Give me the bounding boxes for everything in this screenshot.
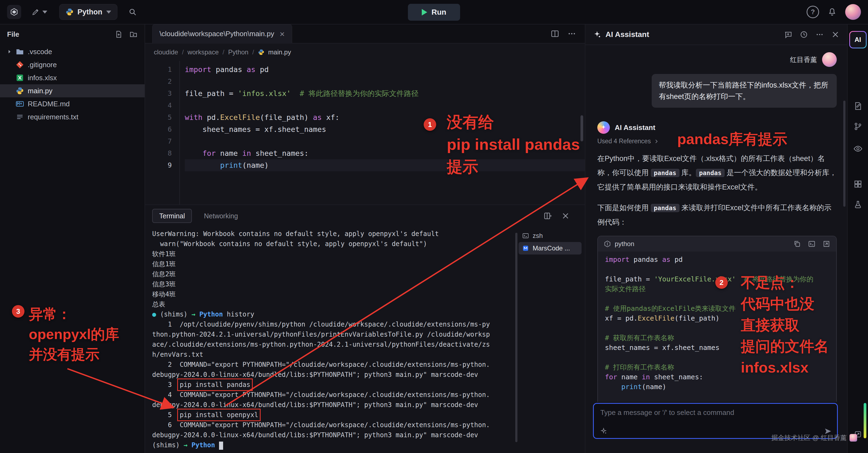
breadcrumb-item[interactable]: main.py bbox=[268, 49, 291, 56]
run-button[interactable]: Run bbox=[408, 4, 460, 21]
terminal-line: 信息1班 bbox=[152, 259, 514, 269]
user-name: 红目香薰 bbox=[790, 55, 817, 64]
ai-code-line: xf = pd.ExcelFile(file_path) bbox=[605, 313, 829, 323]
code-line[interactable]: import pandas as pd bbox=[185, 64, 585, 76]
code-line[interactable]: for name in sheet_names: bbox=[185, 147, 585, 159]
ai-code-lines[interactable]: import pandas as pd file_path = 'YourExc… bbox=[598, 251, 836, 402]
gradient-scroll-indicator[interactable] bbox=[864, 403, 866, 438]
code-line[interactable]: print(name) bbox=[185, 159, 585, 171]
ai-panel-scrollbar[interactable] bbox=[843, 100, 845, 207]
terminal-line: 6 COMMAND="export PYTHONPATH="/cloudide/… bbox=[152, 420, 514, 430]
ai-code-line: print(name) bbox=[605, 382, 829, 392]
code-line[interactable] bbox=[185, 135, 585, 147]
insert-to-editor-icon[interactable] bbox=[823, 240, 830, 248]
terminal-line: 信息3班 bbox=[152, 279, 514, 289]
test-flask-icon[interactable] bbox=[853, 200, 863, 209]
ai-assistant-panel: AI Assistant 红目香薰 帮我读取 bbox=[585, 25, 847, 453]
file-tree: .vscode.gitignoreinfos.xlsxmain.pyREADME… bbox=[0, 44, 145, 123]
file-tree-item--vscode[interactable]: .vscode bbox=[0, 45, 145, 58]
code-editor[interactable]: 123456789 import pandas as pd file_path … bbox=[145, 61, 585, 205]
tab-networking[interactable]: Networking bbox=[204, 212, 238, 220]
git-branch-icon[interactable] bbox=[853, 122, 863, 131]
editor-tab-bar: \cloudide\workspace\Python\main.py × bbox=[145, 25, 585, 43]
message-input[interactable] bbox=[600, 408, 814, 417]
editor-area: \cloudide\workspace\Python\main.py × clo… bbox=[145, 25, 585, 453]
history-icon[interactable] bbox=[800, 30, 808, 39]
environment-selector[interactable]: Python bbox=[59, 4, 117, 20]
file-name: main.py bbox=[28, 87, 53, 95]
ai-code-line bbox=[605, 353, 829, 362]
file-tree-item-main-py[interactable]: main.py bbox=[0, 84, 145, 97]
file-explorer-header: File bbox=[0, 25, 145, 44]
doc-edit-icon[interactable] bbox=[853, 101, 863, 111]
user-avatar bbox=[822, 52, 837, 67]
ai-assistant-rail-button[interactable]: AI bbox=[849, 31, 867, 49]
terminal-line: h/envVars.txt bbox=[152, 350, 514, 360]
top-bar: Python Run ? bbox=[0, 0, 868, 25]
help-icon[interactable]: ? bbox=[807, 6, 819, 18]
git-icon bbox=[16, 60, 25, 69]
editor-scrollbar[interactable] bbox=[581, 115, 583, 141]
code-language-label: python bbox=[615, 240, 634, 248]
code-line[interactable]: with pd.ExcelFile(file_path) as xf: bbox=[185, 112, 585, 123]
session-zsh[interactable]: zsh bbox=[519, 230, 582, 242]
terminal-line: debugpy-2024.0.0-linux-x64/bundled/libs:… bbox=[152, 400, 514, 410]
close-panel-icon[interactable] bbox=[831, 30, 839, 39]
breadcrumb-item[interactable]: Python bbox=[228, 49, 248, 56]
line-number: 6 bbox=[145, 123, 172, 135]
preview-eye-icon[interactable] bbox=[853, 144, 863, 153]
terminal-line: ace/.cloudide/extensions/ms-python.pytho… bbox=[152, 340, 514, 350]
extensions-grid-icon[interactable] bbox=[853, 179, 863, 189]
terminal-line: UserWarning: Workbook contains no defaul… bbox=[152, 229, 514, 239]
line-number: 2 bbox=[145, 76, 172, 88]
play-icon bbox=[422, 9, 427, 16]
split-terminal-icon[interactable] bbox=[544, 212, 552, 220]
ai-code-line: 实际文件路径 bbox=[605, 284, 829, 294]
ai-chat-scroll[interactable]: 红目香薰 帮我读取分析一下当前路径下的infos.xlsx文件，把所有sheet… bbox=[585, 45, 847, 402]
terminal-output[interactable]: UserWarning: Workbook contains no defaul… bbox=[152, 229, 514, 451]
terminal-line: 5 pip install openpyxl bbox=[152, 410, 514, 420]
file-tree-item-infos-xlsx[interactable]: infos.xlsx bbox=[0, 71, 145, 84]
red-annotation-box: pip install openpyxl bbox=[180, 411, 258, 419]
close-panel-icon[interactable] bbox=[561, 212, 569, 220]
watermark-avatar bbox=[849, 434, 857, 442]
python-icon bbox=[16, 87, 25, 95]
tab-terminal[interactable]: Terminal bbox=[152, 209, 192, 223]
copy-code-icon[interactable] bbox=[793, 240, 801, 248]
file-tree-item-requirements-txt[interactable]: requirements.txt bbox=[0, 111, 145, 123]
terminal-line: 信息2班 bbox=[152, 269, 514, 279]
code-line[interactable] bbox=[185, 76, 585, 88]
tab-close-icon[interactable]: × bbox=[280, 30, 285, 38]
terminal-line: 移动4班 bbox=[152, 289, 514, 299]
search-button[interactable] bbox=[128, 8, 137, 16]
code-line[interactable]: sheet_names = xf.sheet_names bbox=[185, 123, 585, 135]
insert-to-terminal-icon[interactable] bbox=[808, 240, 815, 248]
workspace-switcher[interactable] bbox=[32, 8, 47, 16]
ai-code-line bbox=[605, 265, 829, 274]
app-logo[interactable] bbox=[7, 5, 21, 19]
terminal-scrollbar[interactable] bbox=[515, 233, 518, 442]
session-marscode[interactable]: MarsCode ... bbox=[519, 242, 582, 254]
file-tree-item--gitignore[interactable]: .gitignore bbox=[0, 58, 145, 71]
more-options-icon[interactable] bbox=[815, 30, 824, 39]
folder-icon bbox=[16, 47, 25, 56]
breadcrumb-item[interactable]: cloudide bbox=[154, 49, 178, 56]
references-toggle: Used 4 References bbox=[597, 138, 837, 145]
code-line[interactable]: file_path = 'infos.xlsx' # 将此路径替换为你的实际文件… bbox=[185, 88, 585, 99]
new-file-icon[interactable] bbox=[115, 30, 123, 38]
user-avatar[interactable] bbox=[845, 4, 861, 20]
notifications-bell-icon[interactable] bbox=[828, 8, 836, 16]
ai-code-line bbox=[605, 294, 829, 304]
commands-sparkle-icon[interactable] bbox=[600, 427, 608, 435]
chevron-right-icon bbox=[6, 49, 16, 55]
more-actions-icon[interactable] bbox=[567, 29, 576, 38]
new-chat-icon[interactable] bbox=[784, 30, 792, 39]
file-tree-item-readme-md[interactable]: README.md bbox=[0, 97, 145, 111]
editor-tab-main-py[interactable]: \cloudide\workspace\Python\main.py × bbox=[152, 24, 292, 43]
split-editor-icon[interactable] bbox=[551, 29, 559, 38]
code-line[interactable] bbox=[185, 99, 585, 112]
breadcrumb-item[interactable]: workspace bbox=[187, 49, 219, 56]
new-folder-icon[interactable] bbox=[129, 30, 137, 38]
text-icon bbox=[16, 113, 25, 121]
terminal-tab-bar: Terminal Networking bbox=[145, 205, 585, 227]
